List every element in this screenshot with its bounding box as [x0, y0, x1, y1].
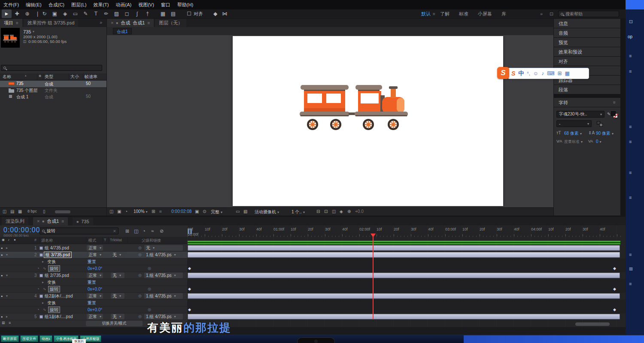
toggle-switches-modes-button[interactable]: 切换开关/模式: [86, 321, 143, 326]
layer-duration-bar[interactable]: [188, 273, 620, 278]
magnification-select[interactable]: 100%▾: [134, 209, 148, 214]
reset-button[interactable]: 重置: [88, 300, 96, 306]
voice-input-icon[interactable]: ♪: [541, 70, 544, 76]
twirl-icon[interactable]: ▸: [6, 245, 8, 251]
layer-duration-bar-selected[interactable]: [188, 252, 620, 258]
blend-mode-select[interactable]: 正常▾: [87, 252, 103, 258]
graph-icon[interactable]: ∿: [43, 265, 46, 272]
rotation-property-row[interactable]: ◔ ∿ 旋转 0x+0.0° ◎: [0, 265, 187, 272]
roto-brush-tool-icon[interactable]: ∫: [132, 9, 142, 18]
workspace-tab[interactable]: 小屏幕: [473, 9, 497, 18]
column-framerate[interactable]: 帧速率: [85, 74, 97, 80]
tab-overflow-chevron[interactable]: »: [100, 20, 102, 25]
tab-composition[interactable]: × ■ 合成 合成1 ≡: [107, 19, 154, 27]
project-row-selected[interactable]: 735 合成 50: [0, 81, 106, 87]
menu-item[interactable]: 视图(V): [135, 0, 158, 9]
layer-name[interactable]: 组 3/735.psd: [44, 252, 72, 258]
menu-item[interactable]: 动画(A): [112, 0, 135, 9]
layer-duration-bar[interactable]: [188, 245, 620, 251]
collapsed-panel-header[interactable]: 效果和预设: [554, 47, 620, 57]
visibility-toggle[interactable]: ●: [1, 272, 3, 279]
keyframe-icon[interactable]: ◆: [188, 287, 191, 291]
visibility-toggle[interactable]: ●: [1, 293, 3, 299]
more-workspaces-chevron[interactable]: »: [540, 9, 543, 18]
stopwatch-icon[interactable]: ◔: [37, 307, 39, 313]
font-style-select[interactable]: -▾: [556, 120, 592, 127]
graph-icon[interactable]: ∿: [43, 286, 46, 292]
timeline-track-area[interactable]: 00f10f20f30f40f01:00f10f20f30f40f02:00f1…: [187, 225, 626, 327]
type-tool-icon[interactable]: T: [91, 9, 101, 18]
trkmat-select[interactable]: 无▾: [111, 293, 125, 299]
pickwhip-icon[interactable]: ◎: [148, 265, 151, 272]
layer-duration-bar[interactable]: [188, 293, 620, 299]
snap-checkbox[interactable]: [187, 12, 191, 15]
region-of-interest-icon[interactable]: ▭: [236, 209, 240, 214]
column-type[interactable]: 类型: [45, 74, 53, 80]
brush-tool-icon[interactable]: ✏: [101, 9, 111, 18]
collapsed-panel-header[interactable]: 预览: [554, 38, 620, 47]
pickwhip-icon[interactable]: ◎: [138, 252, 142, 258]
toolbox-icon[interactable]: ⊞: [557, 70, 562, 76]
input-mode-indicator[interactable]: 中: [518, 70, 524, 77]
eyedropper-icon[interactable]: ✎: [607, 112, 611, 116]
mask-visibility-icon[interactable]: ⌗: [159, 209, 162, 214]
mini-swatch[interactable]: [599, 123, 603, 127]
panel-menu-icon[interactable]: ≡: [613, 98, 616, 107]
panel-menu-icon[interactable]: ≡: [147, 19, 150, 27]
zoom-tool-icon[interactable]: ⊕: [22, 9, 32, 18]
bit-depth-label[interactable]: 8 bpc: [27, 209, 37, 213]
timeline-scrollbar[interactable]: [575, 322, 610, 326]
label-color-chip[interactable]: [39, 253, 43, 257]
align-options-icon[interactable]: ◆: [210, 9, 220, 18]
menu-icon[interactable]: ≡: [629, 53, 632, 58]
new-folder-icon[interactable]: ▤: [10, 209, 14, 214]
blend-mode-select[interactable]: 正常▾: [87, 293, 103, 299]
character-panel-title[interactable]: 字符: [559, 100, 568, 105]
expand-icon[interactable]: ⊞: [2, 321, 5, 325]
item-name-dropdown-icon[interactable]: ▾: [33, 30, 34, 33]
menu-item[interactable]: 窗口: [158, 0, 174, 9]
column-size[interactable]: 大小: [70, 74, 79, 80]
stopwatch-icon[interactable]: ◔: [37, 286, 39, 292]
visibility-toggle[interactable]: ●: [1, 245, 3, 251]
project-search-input[interactable]: [1, 65, 102, 71]
close-icon[interactable]: ×: [37, 217, 39, 225]
grid-icon[interactable]: ⊞: [629, 266, 633, 272]
rotation-property-row[interactable]: ◔ ∿ 旋转 0x+0.0° ◎: [0, 286, 187, 293]
menu-item[interactable]: 文件(F): [0, 0, 22, 9]
label-color-chip[interactable]: [39, 294, 43, 298]
menu-item[interactable]: 效果(T): [90, 0, 112, 9]
tracking-value[interactable]: 0▾: [596, 139, 601, 144]
pickwhip-icon[interactable]: ◎: [138, 293, 142, 299]
menu-item[interactable]: 图层(L): [68, 0, 90, 9]
playhead-line[interactable]: [373, 237, 374, 319]
item-name[interactable]: 735: [16, 81, 24, 86]
trkmat-select[interactable]: 无▾: [111, 273, 125, 278]
selection-tool-icon[interactable]: ►: [2, 9, 12, 18]
pickwhip-icon[interactable]: ◎: [138, 272, 142, 279]
work-area-start-handle[interactable]: [188, 229, 189, 234]
workspace-tab[interactable]: 了解: [435, 9, 454, 18]
blend-mode-select[interactable]: 正常▾: [87, 314, 103, 319]
collapsed-panel-header[interactable]: 信息: [554, 19, 620, 28]
active-camera-select[interactable]: 活动摄像机▾: [255, 209, 279, 215]
motion-blur-icon[interactable]: ⊘: [160, 228, 164, 234]
pickwhip-icon[interactable]: ◎: [138, 313, 142, 320]
trkmat-select[interactable]: 无▾: [111, 314, 125, 319]
column-parent[interactable]: 父级和链接: [142, 238, 161, 243]
label-color-chip[interactable]: [39, 315, 43, 319]
exposure-icon[interactable]: ⊕: [347, 209, 351, 214]
mini-menu-icon[interactable]: ≡: [9, 321, 11, 325]
shared-project-icon[interactable]: ⊡: [550, 9, 553, 18]
rotation-value[interactable]: 0x+0.0°: [88, 307, 102, 313]
soft-keyboard-icon[interactable]: ⌨: [547, 70, 554, 76]
menu-item[interactable]: 帮助(H): [174, 0, 197, 9]
rotate-tool-icon[interactable]: ↻: [39, 9, 49, 18]
viewer-pasteboard[interactable]: [107, 35, 553, 207]
menu-item[interactable]: 编辑(E): [22, 0, 45, 9]
timeline-current-time[interactable]: 0:00:00:00: [3, 226, 40, 234]
exposure-reset-icon[interactable]: ⊙: [203, 209, 206, 214]
transform-group-row[interactable]: ▸ 变换 重置: [0, 279, 187, 286]
timeline-jump-icon[interactable]: ◫: [332, 209, 336, 214]
pen-tool-icon[interactable]: ✎: [81, 9, 91, 18]
